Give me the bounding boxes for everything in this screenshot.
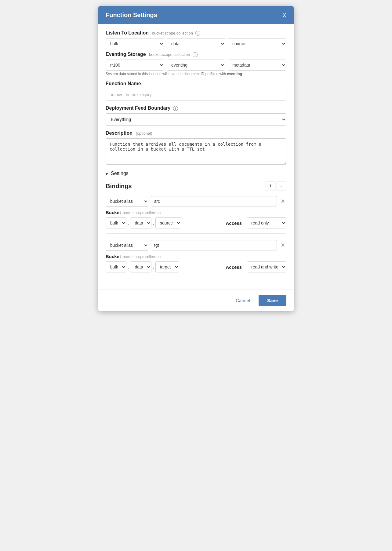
deployment-feed-boundary-section: Deployment Feed Boundary i Everything Fr… — [106, 105, 286, 126]
settings-arrow-icon: ▶ — [106, 171, 108, 176]
scope-select-1[interactable]: data — [130, 261, 151, 272]
access-group-1: Access read only read and write — [226, 261, 286, 272]
collection-select-1[interactable]: target — [155, 261, 179, 272]
collection-select-0[interactable]: source — [155, 217, 181, 228]
bucket-access-row-0: bulk . data . source Access — [106, 217, 286, 228]
bucket-label-row-0: Bucket bucket.scope.collection — [106, 210, 286, 215]
access-group-0: Access read only read and write — [226, 217, 286, 228]
dot2-1: . — [153, 264, 154, 270]
eventing-collection-select[interactable]: metadata — [228, 60, 286, 71]
bucket-sublabel-1: bucket.scope.collection — [123, 255, 161, 259]
function-settings-modal: Function Settings X Listen To Location b… — [98, 6, 294, 311]
listen-to-location-section: Listen To Location bucket.scope.collecti… — [106, 30, 286, 49]
remove-binding-button[interactable]: - — [277, 181, 286, 191]
eventing-scope-select[interactable]: eventing — [167, 60, 225, 71]
eventing-bucket-select[interactable]: rr100 — [106, 60, 164, 71]
binding-remove-btn-1[interactable]: ✕ — [279, 241, 286, 249]
cancel-button[interactable]: Cancel — [231, 295, 255, 306]
listen-to-location-info-icon[interactable]: i — [195, 31, 200, 36]
function-name-label: Function Name — [106, 81, 286, 86]
bucket-access-row-1: bulk . data . target Access — [106, 261, 286, 272]
listen-to-location-selects: bulk data source — [106, 38, 286, 49]
modal-title: Function Settings — [106, 12, 157, 19]
bucket-select-0[interactable]: bulk — [106, 217, 126, 228]
description-textarea[interactable]: Function that archives all documents in … — [106, 138, 286, 165]
access-label-1: Access — [226, 265, 242, 270]
scope-select-0[interactable]: data — [130, 217, 151, 228]
eventing-storage-sublabel: bucket.scope.collection — [149, 52, 190, 57]
listen-scope-select[interactable]: data — [167, 38, 225, 49]
bucket-label-0: Bucket — [106, 210, 121, 215]
binding-remove-btn-0[interactable]: ✕ — [279, 197, 286, 205]
dot1-1: . — [128, 264, 129, 270]
settings-label: Settings — [111, 171, 129, 176]
deployment-label: Deployment Feed Boundary — [106, 105, 170, 111]
binding-type-select-0[interactable]: bucket alias url alias — [106, 196, 148, 207]
binding-row-0: bucket alias url alias ✕ Bucket bucket.s… — [106, 196, 286, 234]
eventing-storage-info-icon[interactable]: i — [193, 52, 198, 57]
binding-type-select-1[interactable]: bucket alias url alias — [106, 240, 148, 251]
bucket-sublabel-0: bucket.scope.collection — [123, 211, 161, 215]
listen-bucket-select[interactable]: bulk — [106, 38, 164, 49]
bucket-selects-0: bulk . data . source — [106, 217, 226, 228]
eventing-storage-section: Eventing Storage bucket.scope.collection… — [106, 52, 286, 76]
listen-to-location-label: Listen To Location — [106, 30, 149, 35]
bindings-btn-group: + - — [266, 181, 286, 191]
save-button[interactable]: Save — [259, 295, 286, 306]
close-button[interactable]: X — [282, 12, 286, 18]
eventing-storage-hint: System data stored in this location will… — [106, 72, 286, 76]
description-sublabel: (optional) — [136, 131, 152, 136]
bucket-label-1: Bucket — [106, 254, 121, 259]
settings-toggle[interactable]: ▶ Settings — [106, 171, 286, 176]
listen-to-location-sublabel: bucket.scope.collection — [152, 31, 193, 35]
eventing-storage-label: Eventing Storage — [106, 52, 146, 57]
modal-footer: Cancel Save — [98, 290, 294, 311]
bindings-header: Bindings + - — [106, 181, 286, 191]
dot2-0: . — [153, 220, 154, 226]
listen-collection-select[interactable]: source — [228, 38, 286, 49]
binding-row-1: bucket alias url alias ✕ Bucket bucket.s… — [106, 240, 286, 277]
access-select-1[interactable]: read only read and write — [247, 261, 286, 272]
function-name-input[interactable] — [106, 89, 286, 100]
binding-alias-row-0: bucket alias url alias ✕ — [106, 196, 286, 207]
deployment-info-icon[interactable]: i — [173, 106, 178, 111]
access-select-0[interactable]: read only read and write — [247, 217, 286, 228]
add-binding-button[interactable]: + — [266, 181, 275, 191]
dot1-0: . — [128, 220, 129, 226]
bucket-select-1[interactable]: bulk — [106, 261, 126, 272]
modal-body: Listen To Location bucket.scope.collecti… — [98, 24, 294, 290]
description-label: Description — [106, 130, 132, 136]
binding-alias-input-1[interactable] — [151, 240, 277, 250]
deployment-select[interactable]: Everything From now From beginning — [106, 113, 286, 126]
function-name-section: Function Name — [106, 81, 286, 100]
binding-alias-row-1: bucket alias url alias ✕ — [106, 240, 286, 251]
bucket-selects-1: bulk . data . target — [106, 261, 226, 272]
access-label-0: Access — [226, 221, 242, 226]
modal-header: Function Settings X — [98, 6, 294, 24]
binding-alias-input-0[interactable] — [151, 196, 277, 206]
bindings-section: Bindings + - bucket alias url alias ✕ — [106, 181, 286, 277]
description-section: Description (optional) Function that arc… — [106, 130, 286, 166]
bucket-label-row-1: Bucket bucket.scope.collection — [106, 254, 286, 259]
bindings-title: Bindings — [106, 183, 132, 190]
eventing-storage-selects: rr100 eventing metadata — [106, 60, 286, 71]
